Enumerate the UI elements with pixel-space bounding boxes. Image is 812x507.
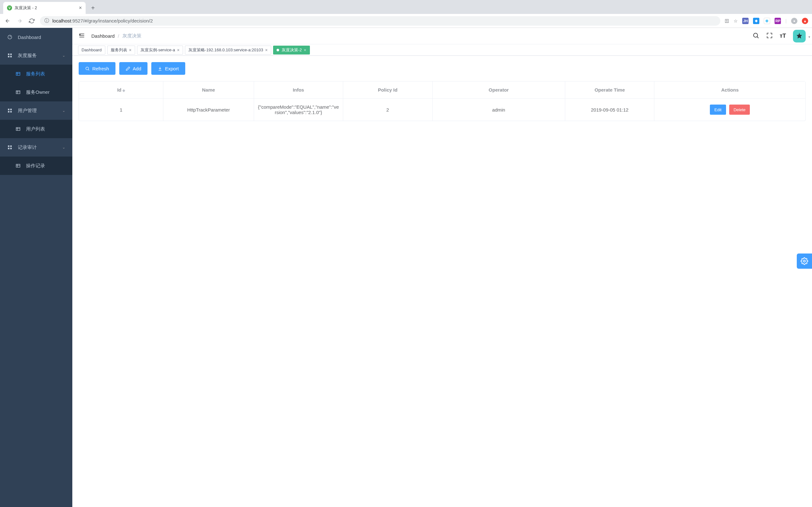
edit-button[interactable]: Edit [710, 105, 726, 115]
edit-icon [125, 66, 131, 71]
new-tab-button[interactable]: + [88, 3, 98, 13]
svg-rect-12 [8, 146, 9, 147]
col-policy-id: Policy Id [343, 81, 432, 99]
font-size-icon[interactable]: тT [780, 33, 786, 39]
svg-rect-13 [10, 146, 12, 147]
svg-rect-15 [10, 148, 12, 149]
svg-rect-3 [8, 56, 9, 57]
ext-icon-jh[interactable]: JH [742, 18, 749, 24]
cell-actions: Edit Delete [654, 99, 805, 121]
cell-operate-time: 2019-09-05 01:12 [565, 99, 654, 121]
main: Dashboard / 灰度决策 тT ▼ Dashboard 服务列表× 灰度… [72, 28, 812, 507]
cell-policy-id: 2 [343, 99, 432, 121]
view-tab-gray-decision[interactable]: 灰度决策-2× [273, 46, 310, 55]
ext-icon-rp[interactable]: RP [774, 18, 781, 24]
breadcrumb-current: 灰度决策 [122, 33, 142, 39]
sidebar-label: 用户管理 [18, 108, 37, 114]
data-table: Id◆ Name Infos Policy Id Operator Operat… [79, 81, 806, 121]
svg-rect-5 [16, 72, 20, 75]
sort-icon: ◆ [122, 89, 125, 92]
sidebar-item-service-list[interactable]: 服务列表 [0, 65, 72, 83]
close-icon[interactable]: × [304, 48, 306, 53]
forward-button[interactable] [16, 17, 23, 25]
view-tab-gray-instance[interactable]: 灰度实例-service-a× [137, 46, 183, 55]
dashboard-icon [7, 35, 13, 40]
chevron-down-icon: ⌄ [62, 145, 65, 150]
topbar-right: тT ▼ [752, 30, 806, 43]
ext-icon-red[interactable]: ▲ [802, 18, 808, 24]
table-icon [15, 90, 21, 95]
sidebar-item-gray-service[interactable]: 灰度服务 ⌄ [0, 46, 72, 65]
view-tab-service-list[interactable]: 服务列表× [107, 46, 135, 55]
svg-rect-8 [10, 109, 12, 110]
view-tab-dashboard[interactable]: Dashboard [78, 46, 105, 55]
fullscreen-icon[interactable] [766, 32, 773, 40]
grid-icon [7, 108, 13, 113]
sidebar-label: 服务Owner [26, 89, 49, 95]
col-id[interactable]: Id◆ [79, 81, 163, 99]
close-icon[interactable]: × [265, 48, 268, 53]
ext-icon-circle[interactable]: ◉ [764, 18, 770, 24]
grid-icon [7, 53, 13, 58]
view-tab-gray-policy[interactable]: 灰度策略-192.168.0.103:service-a:20103× [185, 46, 271, 55]
ext-icon-blue[interactable]: ◆ [753, 18, 759, 24]
hamburger-icon[interactable] [79, 32, 85, 40]
caret-down-icon: ▼ [808, 36, 811, 39]
breadcrumb-home[interactable]: Dashboard [91, 33, 114, 39]
url-field[interactable]: ⓘ localhost:9527/#/gray/instance/policy/… [40, 16, 720, 26]
site-info-icon[interactable]: ⓘ [44, 18, 49, 24]
content: Refresh Add Export Id◆ Name Infos [72, 56, 812, 507]
favicon: V [7, 5, 12, 10]
avatar[interactable]: ▼ [793, 30, 806, 43]
sidebar-item-dashboard[interactable]: Dashboard [0, 28, 72, 46]
view-tabs-row: Dashboard 服务列表× 灰度实例-service-a× 灰度策略-192… [72, 44, 812, 56]
key-icon[interactable]: ⚿ [725, 18, 729, 23]
close-icon[interactable]: × [177, 48, 180, 53]
tab-strip: V 灰度决策 - 2 × + [0, 0, 812, 14]
close-icon[interactable]: × [79, 5, 82, 11]
back-button[interactable] [4, 17, 11, 25]
search-icon[interactable] [752, 32, 759, 40]
grid-icon [7, 145, 13, 150]
browser-tab-title: 灰度决策 - 2 [14, 5, 77, 11]
add-button[interactable]: Add [119, 62, 148, 75]
extension-icons: ⚿ ☆ JH ◆ ◉ RP | ● ▲ [725, 18, 808, 24]
cell-operator: admin [433, 99, 565, 121]
sidebar-item-op-log[interactable]: 操作记录 [0, 157, 72, 175]
col-actions: Actions [654, 81, 805, 99]
delete-button[interactable]: Delete [729, 105, 750, 115]
gear-icon [801, 257, 808, 265]
action-row: Refresh Add Export [79, 62, 806, 75]
sidebar-label: Dashboard [18, 35, 41, 40]
sidebar-item-audit[interactable]: 记录审计 ⌄ [0, 138, 72, 157]
star-icon[interactable]: ☆ [734, 18, 738, 23]
chevron-down-icon: ⌄ [62, 108, 65, 113]
svg-point-17 [754, 33, 758, 38]
cell-infos: {"compareMode":"EQUAL","name":"version",… [254, 99, 343, 121]
cell-name: HttpTrackParameter [163, 99, 254, 121]
table-icon [15, 163, 21, 168]
settings-fab[interactable] [797, 253, 812, 269]
svg-rect-2 [10, 54, 12, 55]
sidebar: Dashboard 灰度服务 ⌄ 服务列表 服务Owner 用户管理 ⌄ [0, 28, 72, 507]
profile-icon[interactable]: ● [791, 18, 798, 24]
col-operator: Operator [433, 81, 565, 99]
export-button[interactable]: Export [151, 62, 185, 75]
svg-rect-14 [8, 148, 9, 149]
svg-point-19 [803, 260, 805, 262]
sidebar-item-service-owner[interactable]: 服务Owner [0, 83, 72, 101]
col-operate-time: Operate Time [565, 81, 654, 99]
app-root: Dashboard 灰度服务 ⌄ 服务列表 服务Owner 用户管理 ⌄ [0, 28, 812, 507]
svg-rect-4 [10, 56, 12, 57]
sidebar-item-user-mgmt[interactable]: 用户管理 ⌄ [0, 101, 72, 120]
sidebar-item-user-list[interactable]: 用户列表 [0, 120, 72, 138]
browser-tab[interactable]: V 灰度决策 - 2 × [3, 2, 86, 14]
refresh-button[interactable]: Refresh [79, 62, 115, 75]
url-path: :9527/#/gray/instance/policy/decision/2 [71, 18, 153, 23]
sidebar-label: 服务列表 [26, 71, 45, 77]
svg-rect-11 [16, 127, 20, 130]
close-icon[interactable]: × [129, 48, 132, 53]
reload-button[interactable] [28, 17, 36, 25]
table-icon [15, 126, 21, 131]
sidebar-label: 记录审计 [18, 145, 37, 151]
